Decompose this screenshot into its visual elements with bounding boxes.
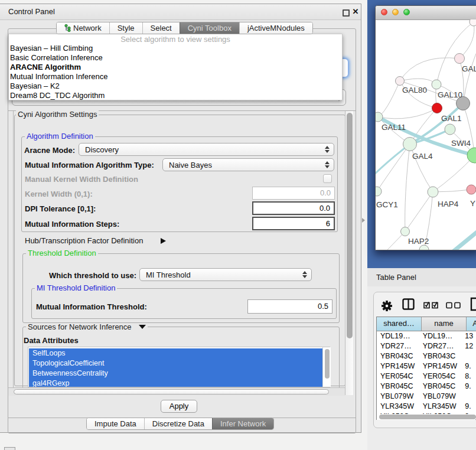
popup-item[interactable]: Bayesian – Hill Climbing [9, 44, 342, 53]
panel-divider-arrow-icon[interactable] [362, 218, 365, 223]
gear-icon[interactable] [382, 301, 392, 311]
mi-algo-type-combobox[interactable]: Naive Bayes [162, 158, 334, 171]
network-window-titlebar[interactable] [376, 6, 476, 20]
tab-style[interactable]: Style [109, 22, 142, 34]
tab-network-label: Network [73, 24, 102, 32]
select-all-unchecked-icon[interactable] [446, 302, 461, 309]
table-cell: YLR345W [377, 402, 419, 412]
tab-network[interactable]: Network [57, 22, 109, 34]
popup-hint: Select algorithm to view settings [9, 34, 342, 44]
network-canvas[interactable]: GAL GAL80 GAL10 GAL1 GAL11 SWI4 GAL4 GCY… [376, 19, 476, 250]
column-browser-icon[interactable] [402, 298, 415, 310]
popup-item-selected[interactable]: ARACNE Algorithm [9, 63, 342, 72]
popup-item[interactable]: Bayesian – K2 [9, 81, 342, 91]
scrollbar-thumb[interactable] [379, 415, 476, 419]
list-item[interactable]: TopologicalCoefficient [29, 358, 329, 369]
settings-vertical-scrollbar[interactable] [345, 111, 353, 395]
which-threshold-combobox[interactable]: MI Threshold [139, 268, 312, 281]
network-node-labels: GAL GAL80 GAL10 GAL1 GAL11 SWI4 GAL4 GCY… [376, 64, 476, 246]
table-panel-titlebar[interactable]: Table Panel [367, 268, 476, 287]
table-row[interactable]: YLR345WYLR345W9. [377, 402, 476, 412]
scrollbar-thumb[interactable] [325, 349, 330, 379]
threshold-definition-label: Threshold Definition [26, 249, 98, 257]
zoom-traffic-light-icon[interactable] [403, 9, 410, 15]
table-cell: YPR145W [377, 361, 419, 371]
network-node[interactable] [376, 112, 383, 122]
list-item[interactable]: BetweennessCentrality [29, 369, 329, 379]
control-panel-titlebar[interactable]: Control Panel ✕ [0, 4, 361, 20]
float-window-icon[interactable] [343, 9, 350, 17]
table-row[interactable]: YBR043CYBR043C [377, 351, 476, 361]
collapsed-arrow-icon [161, 238, 166, 244]
tab-impute-data[interactable]: Impute Data [87, 418, 144, 429]
hub-section-toggle[interactable]: Hub/Transcription Factor Definition [25, 236, 166, 245]
network-node[interactable] [376, 187, 382, 196]
table-row[interactable]: YBL079WYBL079W [377, 392, 476, 402]
node-label: SWI4 [451, 139, 471, 148]
network-node[interactable] [401, 227, 410, 236]
cyni-bottom-tabs: Impute Data Discretize Data Infer Networ… [86, 418, 274, 430]
kernel-width-label: Kernel Width (0,1): [25, 190, 93, 198]
apply-button[interactable]: Apply [161, 400, 197, 413]
column-header-shared[interactable]: shared… [377, 317, 422, 331]
table-cell: YER054C [377, 371, 419, 381]
network-node[interactable] [432, 80, 441, 89]
data-attributes-list[interactable]: SelfLoops TopologicalCoefficient Between… [28, 347, 330, 387]
network-node[interactable] [419, 245, 429, 250]
mi-threshold-definition-label: MI Threshold Definition [35, 284, 117, 292]
attribute-list-scrollbar[interactable] [322, 347, 331, 387]
table-cell [461, 351, 476, 361]
node-label: GAL [462, 64, 476, 73]
manual-kernel-width-checkbox[interactable] [323, 174, 332, 183]
tab-infer-network[interactable]: Infer Network [212, 418, 273, 429]
expanded-arrow-icon [139, 325, 146, 329]
network-node[interactable] [470, 19, 476, 26]
network-node[interactable] [65, 24, 67, 27]
mi-threshold-input[interactable]: 0.5 [247, 299, 332, 314]
select-all-checked-icon[interactable] [423, 301, 439, 309]
scrollbar-thumb[interactable] [14, 389, 329, 394]
tab-cyni-toolbox[interactable]: Cyni Toolbox [180, 22, 239, 34]
network-node[interactable] [432, 103, 442, 113]
node-label: GAL1 [441, 114, 462, 123]
node-label: GAL80 [402, 86, 427, 94]
column-header-partial[interactable]: A [467, 317, 476, 331]
network-node[interactable] [396, 77, 405, 86]
network-node[interactable] [467, 148, 476, 163]
minimize-traffic-light-icon[interactable] [392, 9, 399, 15]
tab-select[interactable]: Select [142, 22, 180, 34]
network-node[interactable] [68, 29, 70, 31]
table-row[interactable]: YDR27…YDR27…12 [377, 341, 476, 351]
close-traffic-light-icon[interactable] [381, 9, 387, 15]
list-item[interactable]: SelfLoops [29, 348, 329, 358]
node-table: shared… name A YDL19…YDL19…13YDR27…YDR27… [376, 317, 476, 420]
table-row[interactable]: YPR145WYPR145W9. [377, 361, 476, 371]
sources-section-toggle[interactable]: Sources for Network Inference [26, 323, 148, 331]
tab-jactivemnodules[interactable]: jActiveMNodules [239, 22, 312, 34]
mi-steps-input[interactable]: 6 [252, 217, 335, 230]
aracne-mode-combobox[interactable]: Discovery [79, 143, 334, 156]
popup-item[interactable]: Basic Correlation Inference [9, 53, 342, 63]
column-header-name[interactable]: name [422, 317, 467, 331]
node-label: Y [470, 199, 475, 208]
network-node[interactable] [455, 54, 465, 64]
file-icon[interactable] [470, 297, 476, 311]
network-node[interactable] [428, 187, 438, 197]
close-icon[interactable]: ✕ [351, 4, 360, 19]
table-row[interactable]: YER054CYER054C8. [377, 371, 476, 381]
kernel-width-input[interactable]: 0.0 [252, 187, 335, 200]
bottom-left-cut-icon[interactable] [4, 447, 15, 450]
scrollbar-thumb[interactable] [347, 113, 353, 338]
popup-item[interactable]: Mutual Information Inference [9, 72, 342, 81]
network-node[interactable] [467, 185, 476, 194]
table-cell: 8. [461, 371, 476, 381]
list-item[interactable]: gal4RGexp [29, 379, 329, 387]
tab-discretize-data[interactable]: Discretize Data [144, 418, 212, 429]
table-row[interactable]: YDL19…YDL19…13 [377, 331, 476, 341]
dpi-tolerance-input[interactable]: 0.0 [252, 201, 335, 215]
dpi-tolerance-label: DPI Tolerance [0,1]: [25, 204, 96, 213]
network-node[interactable] [403, 138, 417, 151]
network-node[interactable] [445, 124, 455, 135]
table-row[interactable]: YBR045CYBR045C9. [377, 381, 476, 392]
popup-item[interactable]: Dream8 DC_TDC Algorithm [9, 91, 342, 100]
